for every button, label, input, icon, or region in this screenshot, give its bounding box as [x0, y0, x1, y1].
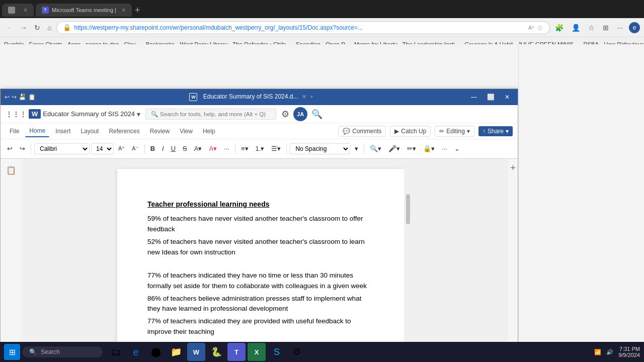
doc-sidebar-left: 📋 — [1, 159, 22, 362]
settings-icon[interactable]: ⚙ — [281, 109, 289, 120]
doc-heading: Teacher professional learning needs — [147, 199, 374, 210]
taskbar-search[interactable]: 🔍 Search — [22, 346, 103, 357]
ribbon-tab-help[interactable]: Help — [199, 126, 219, 137]
teams-tab-label: Microsoft Teams meeting | — [52, 7, 116, 13]
word-search-input[interactable] — [160, 111, 271, 117]
word-search-icon[interactable]: 🔍 — [311, 109, 323, 120]
sidebar-clipboard-icon[interactable]: 📋 — [4, 163, 18, 177]
ribbon-tab-references[interactable]: References — [105, 126, 143, 137]
taskbar-chrome[interactable]: ⬤ — [147, 343, 165, 361]
taskbar-clock: 7:31 PM 9/9/2024 — [618, 346, 640, 358]
editing-button[interactable]: ✏ Editing ▾ — [435, 126, 474, 137]
tab1-close[interactable]: ✕ — [23, 7, 28, 14]
new-tab-button[interactable]: + — [135, 5, 140, 16]
clipboard-icon[interactable]: 📋 — [28, 94, 36, 101]
numbering-button[interactable]: 1.▾ — [253, 143, 267, 154]
ribbon-tab-insert[interactable]: Insert — [51, 126, 74, 137]
redo-icon[interactable]: ↪ — [12, 94, 17, 101]
font-size-select[interactable]: 14 — [92, 143, 114, 154]
scrollbar[interactable] — [404, 169, 412, 362]
sensitivity-button[interactable]: 🔒▾ — [421, 143, 437, 154]
minimize-button[interactable]: — — [467, 92, 481, 103]
highlight-button[interactable]: A▾ — [192, 143, 205, 154]
back-button[interactable]: ← — [4, 22, 15, 34]
taskbar-word[interactable]: W — [187, 343, 205, 361]
tab2-close[interactable]: ✕ — [121, 7, 126, 14]
word-title: W Educator Summary of SIS 2024.d... ✕ + — [40, 93, 463, 101]
bullets-button[interactable]: ≡▾ — [238, 143, 251, 154]
taskbar-edge[interactable]: e — [127, 343, 145, 361]
font-family-select[interactable]: Calibri — [34, 143, 90, 154]
address-bar[interactable]: 🔒 https://westperry-my.sharepoint.com/wr… — [56, 21, 550, 34]
taskbar-teams[interactable]: T — [227, 343, 246, 361]
strikethrough-button[interactable]: S — [180, 143, 190, 154]
more-toolbar-btn[interactable]: ··· — [439, 143, 450, 154]
italic-button[interactable]: I — [159, 143, 167, 154]
scrollbar-thumb[interactable] — [406, 194, 410, 224]
style-select[interactable]: No Spacing — [290, 143, 350, 154]
home-button[interactable]: ⌂ — [45, 22, 53, 34]
catchup-button[interactable]: ▶ Catch Up — [390, 126, 431, 137]
doc-para-1: 52% of teachers have never visited anoth… — [147, 237, 374, 258]
toolbar-sep-5 — [364, 144, 364, 154]
ribbon-tab-review[interactable]: Review — [146, 126, 174, 137]
editor-button[interactable]: ✏▾ — [405, 143, 419, 154]
title-chevron[interactable]: ▾ — [137, 110, 140, 118]
undo-toolbar-btn[interactable]: ↩ — [5, 143, 15, 154]
new-doc-btn[interactable]: + — [310, 94, 313, 100]
browser-tab-1[interactable]: ✕ — [2, 4, 34, 17]
underline-button[interactable]: U — [169, 143, 178, 154]
taskbar-file-explorer[interactable]: 🗂 — [107, 343, 125, 361]
share-chevron: ▾ — [506, 128, 509, 135]
comments-button[interactable]: 💬 Comments — [338, 126, 386, 137]
more-button[interactable]: ··· — [615, 22, 625, 34]
collapse-ribbon-btn[interactable]: ⌄ — [452, 143, 462, 154]
taskbar-finder[interactable]: 📁 — [167, 343, 185, 361]
word-window-title: Educator Summary of SIS 2024.d... — [203, 93, 298, 100]
forward-button[interactable]: → — [18, 22, 29, 34]
font-shrink-btn[interactable]: A⁻ — [129, 144, 141, 153]
restore-button[interactable]: ⬜ — [483, 92, 499, 103]
ribbon-tab-layout[interactable]: Layout — [76, 126, 103, 137]
align-button[interactable]: ☰▾ — [269, 143, 283, 154]
font-grow-btn[interactable]: A⁺ — [116, 144, 127, 153]
taskbar-python[interactable]: 🐍 — [207, 343, 225, 361]
reload-button[interactable]: ↻ — [32, 22, 42, 34]
find-button[interactable]: 🔍▾ — [367, 143, 384, 154]
profile-button[interactable]: 👤 — [570, 22, 582, 34]
bold-button[interactable]: B — [148, 143, 157, 154]
start-button[interactable]: ⊞ — [4, 344, 20, 360]
word-window: ↩ ↪ 💾 📋 W Educator Summary of SIS 2024.d… — [0, 88, 518, 362]
save-icon[interactable]: 💾 — [19, 94, 26, 101]
word-tab-close[interactable]: ✕ — [302, 94, 306, 100]
share-icon: ↑ — [482, 128, 486, 135]
apps-menu-icon[interactable]: ⋮⋮⋮ — [6, 110, 27, 118]
extensions-button[interactable]: 🧩 — [553, 22, 566, 34]
collections-button[interactable]: ⊞ — [601, 22, 611, 34]
doc-sidebar-right: + — [508, 159, 518, 362]
ribbon-tab-file[interactable]: File — [6, 126, 23, 137]
add-section-button[interactable]: + — [510, 163, 516, 173]
style-chevron-btn[interactable]: ▾ — [352, 143, 361, 154]
word-doc-title[interactable]: Educator Summary of SIS 2024 — [43, 110, 135, 118]
taskbar-excel[interactable]: X — [248, 343, 266, 361]
doc-main[interactable]: Teacher professional learning needs 59% … — [22, 159, 508, 362]
ribbon-tab-home[interactable]: Home — [25, 125, 49, 137]
dictate-button[interactable]: 🎤▾ — [386, 143, 403, 154]
taskbar-settings[interactable]: ⚙ — [288, 343, 306, 361]
close-button[interactable]: ✕ — [501, 92, 514, 103]
favorites-button[interactable]: ☆ — [586, 22, 597, 34]
more-font-btn[interactable]: ··· — [221, 143, 232, 154]
ribbon-tab-view[interactable]: View — [176, 126, 197, 137]
share-button[interactable]: ↑ Share ▾ — [478, 126, 513, 136]
taskbar: ⊞ 🔍 Search 🗂 e ⬤ 📁 W 🐍 T X S ⚙ 📶 🔊 7:31 … — [0, 342, 644, 362]
taskbar-skype[interactable]: S — [268, 343, 286, 361]
browser-tab-teams[interactable]: T Microsoft Teams meeting | ✕ — [36, 4, 132, 17]
word-body: 📋 Teacher professional learning needs 59… — [1, 159, 518, 362]
font-color-button[interactable]: A▾ — [206, 143, 219, 154]
redo-toolbar-btn[interactable]: ↪ — [17, 143, 28, 154]
url-text: https://westperry-my.sharepoint.com/wr/p… — [74, 24, 525, 31]
user-avatar[interactable]: JA — [293, 107, 307, 121]
word-search-bar[interactable]: 🔍 — [145, 109, 276, 120]
undo-icon[interactable]: ↩ — [5, 94, 10, 101]
